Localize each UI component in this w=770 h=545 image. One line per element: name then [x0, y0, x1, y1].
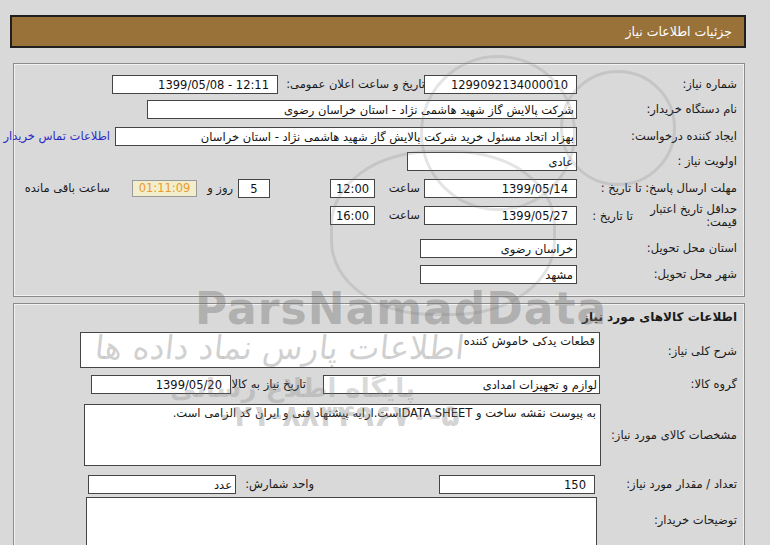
reply-deadline-hour-label: ساعت	[389, 180, 420, 197]
hours-remaining-label: ساعت باقی مانده	[25, 180, 110, 197]
need-details-page: جزئیات اطلاعات نیاز شماره نیاز: تاریخ و …	[0, 0, 770, 545]
price-validity-time-input[interactable]	[330, 206, 375, 225]
delivery-city-label: شهر محل تحویل:	[654, 266, 737, 283]
priority-label: اولویت نیاز :	[677, 153, 737, 170]
buyer-org-label: نام دستگاه خریدار:	[646, 101, 737, 118]
announce-datetime-label: تاریخ و ساعت اعلان عمومی:	[286, 76, 425, 93]
announce-datetime-input[interactable]	[112, 75, 278, 94]
delivery-city-input[interactable]	[420, 265, 577, 284]
need-description-label: شرح کلی نیاز:	[668, 343, 737, 360]
remaining-days-input[interactable]	[238, 179, 270, 198]
need-number-label: شماره نیاز:	[682, 76, 737, 93]
price-validity-hour-label: ساعت	[389, 207, 420, 224]
delivery-province-label: استان محل تحویل:	[647, 240, 737, 257]
unit-label: واحد شمارش:	[245, 476, 314, 493]
price-validity-date-input[interactable]	[424, 206, 577, 225]
goods-specs-textarea[interactable]: به پیوست نقشه ساخت و DATA SHEETاست.ارایه…	[84, 404, 601, 466]
unit-input[interactable]	[88, 475, 236, 494]
need-description-textarea[interactable]: قطعات یدکی خاموش کننده	[80, 332, 600, 368]
countdown-timer: 01:11:09	[132, 180, 197, 197]
buyer-notes-label: توضیحات خریدار:	[654, 512, 737, 529]
goods-group-label: گروه کالا:	[691, 376, 737, 393]
buyer-org-input[interactable]	[147, 100, 577, 119]
goods-section-header: اطلاعات کالاهای مورد نیاز	[582, 310, 737, 324]
reply-deadline-label: مهلت ارسال پاسخ: تا تاریخ :	[601, 180, 737, 197]
need-number-input[interactable]	[424, 75, 577, 94]
delivery-province-input[interactable]	[420, 239, 577, 258]
goods-group-input[interactable]	[323, 375, 600, 394]
priority-input[interactable]	[407, 152, 577, 171]
quantity-input[interactable]	[439, 475, 595, 494]
title-bar: جزئیات اطلاعات نیاز	[10, 15, 746, 48]
goods-need-date-label: تاریخ نیاز به کالا:	[228, 376, 306, 393]
buyer-contact-link[interactable]: اطلاعات تماس خریدار	[3, 128, 110, 145]
quantity-label: تعداد / مقدار مورد نیاز:	[626, 476, 737, 493]
reply-deadline-time-input[interactable]	[330, 179, 375, 198]
price-validity-label: حداقل تاریخ اعتبار قیمت:	[629, 203, 737, 229]
price-validity-until-label: تا تاریخ :	[592, 208, 633, 225]
request-creator-input[interactable]	[115, 127, 577, 146]
buyer-notes-textarea[interactable]	[86, 497, 597, 545]
goods-need-date-input[interactable]	[91, 375, 231, 394]
reply-deadline-date-input[interactable]	[424, 179, 577, 198]
days-and-label: روز و	[207, 180, 233, 197]
page-title: جزئیات اطلاعات نیاز	[626, 24, 732, 39]
request-creator-label: ایجاد کننده درخواست:	[631, 128, 737, 145]
goods-specs-label: مشخصات کالای مورد نیاز:	[611, 427, 737, 444]
